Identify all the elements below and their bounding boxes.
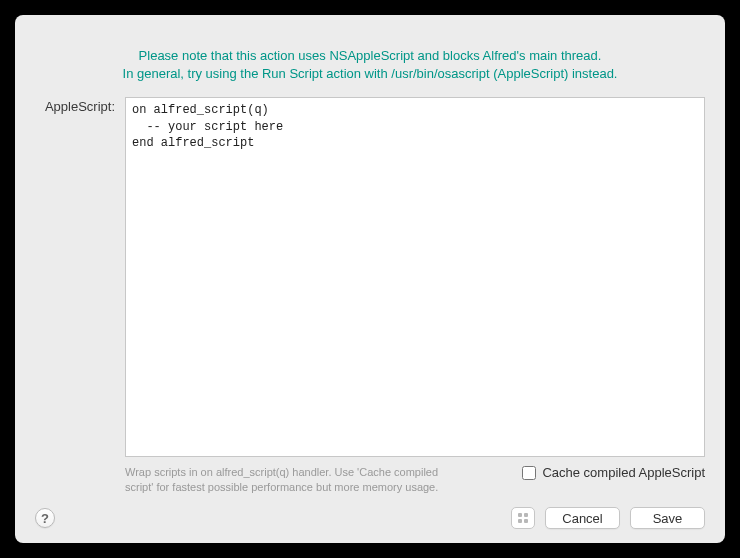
notice-line-2: In general, try using the Run Script act… [35, 65, 705, 83]
button-row: ? Cancel Save [35, 507, 705, 529]
applescript-editor[interactable] [125, 97, 705, 457]
cache-checkbox-container[interactable]: Cache compiled AppleScript [522, 465, 705, 480]
grid-icon [518, 513, 528, 523]
right-button-group: Cancel Save [511, 507, 705, 529]
dialog-window: Please note that this action uses NSAppl… [15, 15, 725, 543]
cache-checkbox[interactable] [522, 466, 536, 480]
help-button[interactable]: ? [35, 508, 55, 528]
hint-text: Wrap scripts in on alfred_script(q) hand… [125, 465, 455, 495]
cancel-button[interactable]: Cancel [545, 507, 620, 529]
save-button[interactable]: Save [630, 507, 705, 529]
notice-text: Please note that this action uses NSAppl… [35, 47, 705, 83]
hint-row: Wrap scripts in on alfred_script(q) hand… [35, 465, 705, 495]
notice-line-1: Please note that this action uses NSAppl… [35, 47, 705, 65]
applescript-label: AppleScript: [35, 97, 115, 457]
options-grid-button[interactable] [511, 507, 535, 529]
main-row: AppleScript: [35, 97, 705, 457]
cache-checkbox-label: Cache compiled AppleScript [542, 465, 705, 480]
